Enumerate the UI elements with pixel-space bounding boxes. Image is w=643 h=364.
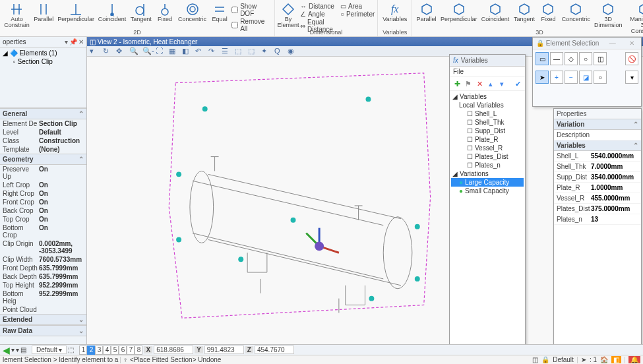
view-tool-btn[interactable]: ☰ — [222, 47, 231, 56]
snap-btn[interactable]: ◫ — [532, 356, 538, 363]
distance-btn[interactable]: ↔ Distance — [300, 3, 339, 10]
prop-row[interactable]: Clip Width7600.5733mm — [0, 255, 86, 264]
prop-row[interactable]: Top Height952.2999mm — [0, 281, 86, 289]
fixed-3d-button[interactable]: Fixed — [537, 1, 559, 24]
view-tool-btn[interactable]: ▦ — [169, 47, 178, 56]
remove-all-check[interactable]: Remove All — [231, 18, 272, 32]
sel-circle-btn[interactable]: ○ — [579, 52, 592, 65]
var-node-variables[interactable]: ◢ Variables — [451, 92, 524, 101]
nav-btn[interactable]: ▾ — [11, 346, 15, 353]
variable-row[interactable]: Supp_Dist3540.0000mm — [554, 172, 641, 183]
home-btn[interactable]: 🏠 — [600, 356, 608, 363]
view-tool-btn[interactable]: ⬚ — [248, 47, 257, 56]
perimeter-btn[interactable]: ○ Perimeter — [340, 11, 375, 18]
angle-btn[interactable]: ∠ Angle — [300, 11, 339, 18]
prop-row[interactable]: Preserve UpOn — [0, 165, 86, 181]
fit-btn[interactable]: ⛶ — [156, 47, 165, 56]
var-node-supp_dist[interactable]: ☐ Supp_Dist — [451, 127, 524, 135]
panel-close-btn[interactable]: ✕ — [78, 38, 84, 46]
show-dof-check[interactable]: Show DOF — [231, 3, 272, 17]
step-6[interactable]: 6 — [119, 346, 127, 355]
delete-btn[interactable]: ✕ — [475, 79, 484, 88]
prop-row[interactable]: ClassConstruction — [0, 136, 86, 145]
var-node-variations[interactable]: ◢ Variations — [451, 169, 524, 178]
prop-row[interactable]: Front CropOn — [0, 198, 86, 206]
view-tool-btn[interactable]: ▾ — [90, 47, 99, 56]
view-tool-btn[interactable]: ↷ — [208, 47, 218, 56]
fixed-2d-button[interactable]: Fixed — [154, 1, 175, 24]
general-header[interactable]: General⌃ — [0, 109, 86, 119]
sel-fence-btn[interactable]: ◫ — [594, 52, 607, 65]
var-node-large-capacity[interactable]: ● Large Capacity — [451, 178, 524, 187]
z-coord[interactable]: 454.7670 — [255, 346, 294, 354]
raw-data-header[interactable]: Raw Data⌄ — [0, 326, 86, 336]
view-tool-btn[interactable]: ✦ — [261, 47, 270, 56]
perpendicular-2d-button[interactable]: Perpendicular — [57, 1, 96, 24]
3d-dimension-button[interactable]: 3DDimension — [593, 1, 624, 30]
sel-line-btn[interactable]: — — [550, 52, 563, 65]
auto-constrain-button[interactable]: AutoConstrain — [3, 1, 31, 30]
apply-btn[interactable]: ✔ — [513, 79, 522, 88]
level-select[interactable]: Default ▾ — [32, 346, 67, 354]
prop-row[interactable]: Point Cloud — [0, 305, 86, 314]
prop-row[interactable]: Left CropOn — [0, 181, 86, 189]
prop-row[interactable]: Back CropOn — [0, 206, 86, 215]
variable-row[interactable]: Vessel_R455.0000mm — [554, 193, 641, 204]
bell-btn[interactable]: 🔔 — [628, 356, 640, 363]
y-coord[interactable]: 991.4823 — [204, 346, 244, 354]
nav-btn[interactable]: ▾ — [16, 346, 19, 353]
var-node-shell_l[interactable]: ☐ Shell_L — [451, 109, 524, 118]
coincident-3d-button[interactable]: Coincident — [480, 1, 511, 24]
prop-row[interactable]: Element DeSection Clip — [0, 119, 86, 128]
tangent-2d-button[interactable]: Tangent — [129, 1, 153, 24]
sel-all-btn[interactable]: ○ — [594, 71, 607, 84]
prop-row[interactable]: Front Depth635.7999mm — [0, 264, 86, 272]
variables-button[interactable]: fxVariables — [381, 1, 409, 24]
step-5[interactable]: 5 — [111, 346, 119, 355]
variable-row[interactable]: Plates_Dist375.0000mm — [554, 204, 641, 214]
var-node-vessel_r[interactable]: ☐ Vessel_R — [451, 144, 524, 152]
grid-btn[interactable]: ▤ — [20, 346, 26, 353]
elsel-close-btn[interactable]: ✕ — [626, 40, 638, 47]
x-coord[interactable]: 618.8686 — [154, 346, 193, 354]
rotate-btn[interactable]: ↻ — [103, 47, 112, 56]
sel-inv-btn[interactable]: ◪ — [579, 71, 592, 84]
parallel-2d-button[interactable]: Parallel — [32, 1, 55, 24]
variable-row[interactable]: Shell_Thk7.0000mm — [554, 162, 641, 172]
step-1[interactable]: 1 — [79, 346, 87, 355]
lock-btn[interactable]: 🔒 — [541, 356, 549, 363]
step-2[interactable]: 2 — [87, 346, 95, 355]
var-node-plates_dist[interactable]: ☐ Plates_Dist — [451, 152, 524, 161]
extended-header[interactable]: Extended⌄ — [0, 315, 86, 325]
tangent-3d-button[interactable]: Tangent — [512, 1, 537, 24]
perpendicular-3d-button[interactable]: Perpendicular — [439, 1, 479, 24]
var-node-shell_thk[interactable]: ☐ Shell_Thk — [451, 118, 524, 127]
filter-btn[interactable]: ⚑ — [464, 79, 473, 88]
variable-row[interactable]: Plate_R1.0000mm — [554, 183, 641, 193]
sel-poly-btn[interactable]: ◇ — [565, 52, 578, 65]
variable-row[interactable]: Shell_L5540.0000mm — [554, 151, 641, 162]
var-node-local-variables[interactable]: Local Variables — [451, 101, 524, 109]
prop-row[interactable]: Right CropOn — [0, 189, 86, 198]
step-3[interactable]: 3 — [95, 346, 103, 355]
panel-menu-btn[interactable]: ▾ — [65, 38, 68, 46]
tree-root[interactable]: ◢ 🔷 Elements (1) — [3, 49, 84, 57]
by-element-button[interactable]: ByElement — [278, 1, 299, 30]
equal-2d-button[interactable]: Equal — [209, 1, 230, 24]
concentric-3d-button[interactable]: Concentric — [560, 1, 591, 24]
var-node-plate_r[interactable]: ☐ Plate_R — [451, 135, 524, 144]
zoom-out-btn[interactable]: 🔍- — [142, 47, 152, 56]
geometry-header[interactable]: Geometry⌃ — [0, 154, 86, 165]
manipulate-3d-button[interactable]: Manipulate3D Constraint — [625, 1, 643, 36]
zoom-in-btn[interactable]: 🔍+ — [129, 47, 138, 56]
view-tool-btn[interactable]: Q — [274, 47, 284, 56]
sel-opts-btn[interactable]: ▾ — [625, 71, 638, 84]
prop-row[interactable]: Template(None) — [0, 145, 86, 154]
nav-btn[interactable]: ⬚ — [68, 346, 74, 353]
pan-btn[interactable]: ✥ — [116, 47, 125, 56]
down-btn[interactable]: ▾ — [497, 79, 506, 88]
tree-item-section-clip[interactable]: ▫ Section Clip — [3, 57, 84, 66]
prop-row[interactable]: Clip Origin0.0002mm, -3053.3499 — [0, 239, 86, 255]
step-8[interactable]: 8 — [135, 346, 142, 355]
prop-row[interactable]: Bottom CropOn — [0, 224, 86, 239]
